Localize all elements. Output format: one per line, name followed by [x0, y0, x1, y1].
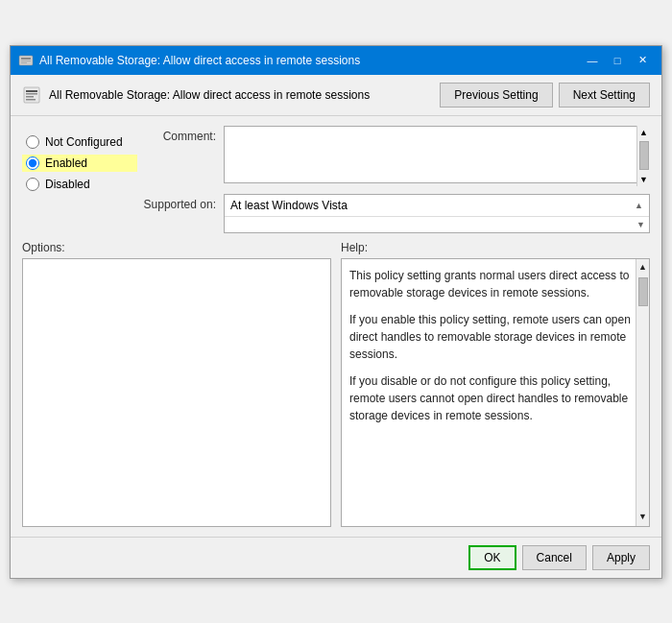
- help-text-3: If you disable or do not configure this …: [349, 372, 632, 424]
- supported-label: Supported on:: [137, 194, 224, 211]
- help-scroll-up[interactable]: ▲: [638, 261, 647, 275]
- supported-scroll-up[interactable]: ▲: [635, 201, 643, 210]
- svg-rect-7: [26, 96, 34, 98]
- radio-enabled-input[interactable]: [26, 156, 39, 170]
- radio-disabled-label: Disabled: [45, 178, 90, 191]
- help-text-1: This policy setting grants normal users …: [349, 267, 632, 301]
- header-bar: All Removable Storage: Allow direct acce…: [11, 75, 661, 116]
- radio-not-configured[interactable]: Not Configured: [22, 133, 137, 151]
- main-content: Not Configured Enabled Disabled Comment:…: [11, 116, 661, 537]
- help-box: This policy setting grants normal users …: [341, 258, 650, 527]
- comment-label: Comment:: [137, 126, 224, 143]
- svg-rect-6: [26, 93, 37, 95]
- maximize-button[interactable]: □: [606, 51, 629, 70]
- help-text-2: If you enable this policy setting, remot…: [349, 311, 632, 363]
- supported-field-wrapper: At least Windows Vista ▲ ▼: [224, 194, 650, 233]
- help-scroll-thumb: [638, 277, 648, 306]
- footer: OK Cancel Apply: [11, 537, 661, 578]
- comment-row: Comment: ▲ ▼: [137, 126, 650, 186]
- svg-rect-2: [21, 60, 31, 61]
- radio-enabled[interactable]: Enabled: [22, 155, 137, 172]
- next-setting-button[interactable]: Next Setting: [559, 83, 650, 108]
- supported-bottom: ▼: [225, 217, 649, 232]
- close-button[interactable]: ✕: [631, 51, 654, 70]
- help-scrollbar: ▲ ▼: [636, 259, 649, 526]
- header-title-text: All Removable Storage: Allow direct acce…: [49, 88, 370, 102]
- scroll-down-arrow[interactable]: ▼: [639, 175, 648, 184]
- apply-button[interactable]: Apply: [592, 545, 650, 570]
- comment-scrollbar: ▲ ▼: [636, 126, 650, 186]
- help-scroll-down[interactable]: ▼: [638, 511, 647, 524]
- main-window: All Removable Storage: Allow direct acce…: [10, 45, 662, 579]
- svg-rect-3: [21, 62, 27, 63]
- scroll-up-arrow[interactable]: ▲: [639, 128, 648, 137]
- svg-rect-4: [24, 87, 39, 103]
- radio-enabled-label: Enabled: [45, 156, 87, 170]
- radio-not-configured-input[interactable]: [26, 135, 39, 149]
- supported-row: Supported on: At least Windows Vista ▲ ▼: [137, 194, 650, 233]
- minimize-button[interactable]: —: [581, 51, 604, 70]
- header-title-area: All Removable Storage: Allow direct acce…: [22, 85, 370, 105]
- svg-rect-5: [26, 90, 37, 92]
- policy-icon: [22, 85, 41, 105]
- previous-setting-button[interactable]: Previous Setting: [440, 83, 552, 108]
- svg-rect-1: [21, 58, 31, 60]
- help-label: Help:: [341, 241, 650, 254]
- title-text: All Removable Storage: Allow direct acce…: [39, 54, 360, 67]
- options-label: Options:: [22, 241, 331, 254]
- title-controls: — □ ✕: [581, 51, 654, 70]
- comment-textarea[interactable]: [224, 126, 650, 183]
- supported-wrapper: At least Windows Vista ▲ ▼: [224, 194, 650, 233]
- scroll-thumb: [639, 141, 649, 170]
- title-bar: All Removable Storage: Allow direct acce…: [11, 46, 661, 75]
- supported-top: At least Windows Vista ▲: [225, 195, 649, 217]
- window-icon: [18, 53, 34, 68]
- radio-section: Not Configured Enabled Disabled: [22, 126, 137, 193]
- right-panel: Comment: ▲ ▼ Supported on: At least: [137, 126, 650, 233]
- help-panel: Help: This policy setting grants normal …: [341, 241, 650, 527]
- cancel-button[interactable]: Cancel: [522, 545, 587, 570]
- ok-button[interactable]: OK: [468, 545, 516, 570]
- supported-scroll-down[interactable]: ▼: [636, 220, 645, 229]
- lower-section: Options: Help: This policy setting grant…: [22, 241, 650, 527]
- options-panel: Options:: [22, 241, 331, 527]
- options-box: [22, 258, 331, 527]
- radio-not-configured-label: Not Configured: [45, 135, 123, 149]
- radio-disabled-input[interactable]: [26, 178, 39, 191]
- comment-field-wrapper: ▲ ▼: [224, 126, 650, 186]
- svg-rect-8: [26, 99, 36, 101]
- supported-value: At least Windows Vista: [230, 199, 348, 212]
- title-bar-left: All Removable Storage: Allow direct acce…: [18, 53, 360, 68]
- radio-disabled[interactable]: Disabled: [22, 176, 137, 193]
- header-buttons: Previous Setting Next Setting: [440, 83, 650, 108]
